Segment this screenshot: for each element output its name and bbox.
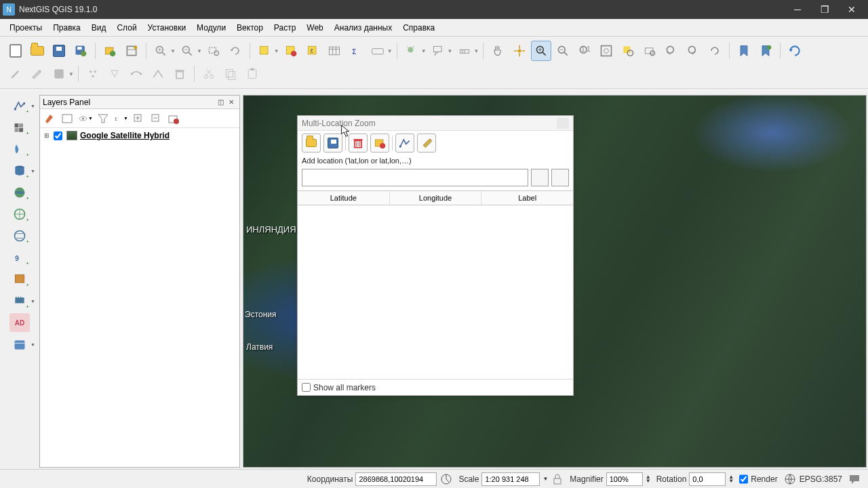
reload-button[interactable] <box>785 41 805 61</box>
menu-analysis[interactable]: Анализ данных <box>329 20 397 35</box>
node-tool2-button[interactable] <box>148 64 168 84</box>
zoom-in-tool-button[interactable] <box>531 41 551 61</box>
layer-visibility-button[interactable]: ▼ <box>78 111 93 126</box>
save-edits-button[interactable] <box>49 64 69 84</box>
zoom-out-button[interactable] <box>177 41 197 61</box>
multi-location-zoom-dialog[interactable]: Multi-Location Zoom Add location ('lat,l… <box>297 115 574 396</box>
add-raster-layer-button[interactable]: + <box>9 118 30 137</box>
panel-undock-button[interactable]: ◫ <box>215 97 226 108</box>
zoom-last-ext-button[interactable] <box>661 41 682 61</box>
layer-expand-button[interactable] <box>131 111 146 126</box>
mlz-location-input[interactable] <box>302 169 528 186</box>
menu-vector[interactable]: Вектор <box>231 20 269 35</box>
messages-button[interactable] <box>848 472 861 486</box>
layer-expression-button[interactable]: ε▼ <box>113 111 128 126</box>
measure-button[interactable] <box>454 41 475 61</box>
zoom-next-ext-button[interactable] <box>683 41 703 61</box>
layer-style-button[interactable] <box>43 111 58 126</box>
save-project-button[interactable] <box>49 41 69 61</box>
mlz-input-btn1[interactable] <box>531 169 549 186</box>
zoom-in-button[interactable] <box>151 41 171 61</box>
menu-plugins[interactable]: Модули <box>191 20 231 35</box>
layer-remove-button[interactable] <box>166 111 181 126</box>
rotation-spin-icon[interactable]: ▲▼ <box>728 475 734 483</box>
menu-edit[interactable]: Правка <box>47 20 86 35</box>
copy-button[interactable] <box>220 64 241 84</box>
panel-close-button[interactable]: ✕ <box>226 97 237 108</box>
zoom-out-tool-button[interactable] <box>553 41 573 61</box>
identify-button[interactable] <box>401 41 422 61</box>
add-wfs-button[interactable]: + <box>9 226 30 245</box>
calendar-button[interactable]: ▼ <box>9 335 30 354</box>
maximize-button[interactable]: ❐ <box>811 0 838 19</box>
layer-filter-button[interactable] <box>96 111 111 126</box>
mlz-show-all-checkbox[interactable] <box>302 383 311 392</box>
mlz-clear-button[interactable] <box>370 134 389 152</box>
mlz-settings-button[interactable] <box>417 134 436 152</box>
select-by-expression-button[interactable]: ε <box>302 41 323 61</box>
scale-lock-button[interactable] <box>551 472 564 486</box>
zoom-last-button[interactable] <box>225 41 245 61</box>
add-wms-button[interactable]: + <box>9 183 30 202</box>
magnifier-spin-icon[interactable]: ▲▼ <box>646 475 651 483</box>
mlz-save-button[interactable] <box>323 134 342 152</box>
mlz-close-button[interactable] <box>557 118 569 129</box>
layer-add-group-button[interactable] <box>60 111 75 126</box>
cut-button[interactable] <box>199 64 219 84</box>
col-label[interactable]: Label <box>481 191 573 205</box>
mlz-delete-button[interactable] <box>349 134 368 152</box>
col-lat[interactable]: Latitude <box>298 191 390 205</box>
delete-button[interactable] <box>170 64 190 84</box>
pencil-button[interactable] <box>27 64 47 84</box>
layer-collapse-button[interactable] <box>149 111 163 126</box>
zoom-full-button[interactable] <box>596 41 616 61</box>
keyboard-button[interactable] <box>368 41 388 61</box>
menu-view[interactable]: Вид <box>86 20 112 35</box>
zoom-to-selection-button[interactable] <box>618 41 638 61</box>
open-project-button[interactable] <box>27 41 47 61</box>
sigma-button[interactable]: Σ <box>346 41 366 61</box>
paste-button[interactable] <box>242 64 262 84</box>
new-layer-button[interactable] <box>100 41 120 61</box>
mlz-layer-button[interactable] <box>395 134 414 152</box>
select-features-button[interactable] <box>254 41 275 61</box>
new-project-button[interactable] <box>5 41 26 61</box>
zoom-to-layer-button[interactable] <box>639 41 660 61</box>
mlz-input-btn2[interactable] <box>551 169 569 186</box>
add-feature-button[interactable] <box>83 64 103 84</box>
mlz-table-body[interactable] <box>298 205 573 379</box>
deselect-button[interactable] <box>281 41 301 61</box>
zoom-selection-button[interactable] <box>203 41 224 61</box>
scale-dropdown-icon[interactable]: ▼ <box>542 476 548 482</box>
minimize-button[interactable]: ─ <box>784 0 811 19</box>
add-spatialite-button[interactable]: + <box>9 140 30 159</box>
print-composer-button[interactable] <box>121 41 142 61</box>
layer-checkbox[interactable] <box>54 131 62 140</box>
menu-help[interactable]: Справка <box>397 20 440 35</box>
move-feature-button[interactable] <box>104 64 125 84</box>
bookmark-button[interactable] <box>734 41 754 61</box>
node-tool-button[interactable] <box>126 64 146 84</box>
refresh-button[interactable] <box>705 41 725 61</box>
coords-input[interactable] <box>355 472 437 486</box>
expander-icon[interactable]: ⊞ <box>44 132 50 139</box>
menu-web[interactable]: Web <box>301 20 328 35</box>
pan-to-selection-button[interactable] <box>509 41 530 61</box>
open-attribute-button[interactable] <box>324 41 344 61</box>
coords-lock-button[interactable] <box>439 472 453 486</box>
layer-item[interactable]: ⊞ Google Satellite Hybrid <box>44 131 235 140</box>
add-virtual-button[interactable]: + <box>9 270 30 289</box>
save-as-button[interactable] <box>71 41 91 61</box>
crs-icon[interactable] <box>783 472 797 486</box>
menu-projects[interactable]: Проекты <box>4 20 47 35</box>
menu-settings[interactable]: Установки <box>142 20 191 35</box>
add-wcs-button[interactable]: + <box>9 205 30 224</box>
annotate-button[interactable] <box>428 41 448 61</box>
menu-layer[interactable]: Слой <box>111 20 142 35</box>
crs-label[interactable]: EPSG:3857 <box>800 474 842 484</box>
menu-raster[interactable]: Растр <box>269 20 301 35</box>
add-delimited-button[interactable]: 9+ <box>9 248 30 267</box>
close-button[interactable]: ✕ <box>838 0 865 19</box>
magnifier-input[interactable] <box>606 472 643 486</box>
col-lon[interactable]: Longitude <box>390 191 482 205</box>
